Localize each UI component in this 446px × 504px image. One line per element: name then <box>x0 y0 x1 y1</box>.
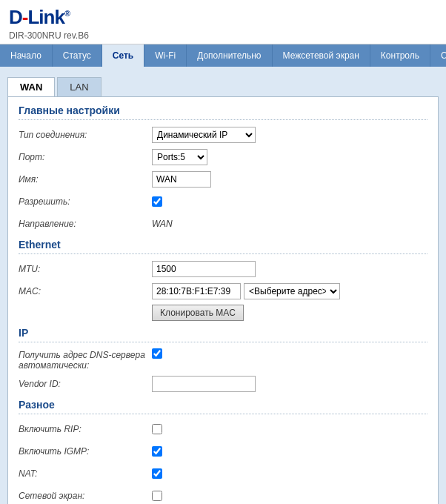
value-allow <box>152 196 427 207</box>
label-nat: NAT: <box>19 468 152 479</box>
input-name[interactable] <box>152 171 211 188</box>
value-nat <box>152 468 427 479</box>
direction-value: WAN <box>152 219 173 229</box>
label-dns-auto: Получить адрес DNS-сервера автоматически… <box>19 348 152 371</box>
checkbox-firewall[interactable] <box>152 491 162 501</box>
checkbox-dns-auto[interactable] <box>152 348 162 359</box>
row-port: Порт: Ports:5 <box>19 148 427 166</box>
row-dns-auto: Получить адрес DNS-сервера автоматически… <box>19 348 427 371</box>
row-direction: Направление: WAN <box>19 215 427 233</box>
checkbox-allow[interactable] <box>152 196 162 207</box>
row-rip: Включить RIP: <box>19 420 427 438</box>
value-rip <box>152 424 427 434</box>
main-panel: Главные настройки Тип соединения: Динами… <box>7 96 439 504</box>
nav-home[interactable]: Начало <box>0 44 53 67</box>
row-igmp: Включить IGMP: <box>19 442 427 460</box>
logo-link: Link <box>27 6 64 28</box>
content: WAN LAN Главные настройки Тип соединения… <box>0 67 446 504</box>
section-misc: Разное <box>19 399 427 414</box>
navbar: Начало Статус Сеть Wi-Fi Дополнительно М… <box>0 44 446 67</box>
row-mtu: MTU: <box>19 260 427 278</box>
section-ip: IP <box>19 327 427 342</box>
label-firewall: Сетевой экран: <box>19 491 152 501</box>
nav-control[interactable]: Контроль <box>370 44 430 67</box>
section-main-settings: Главные настройки <box>19 105 427 120</box>
value-mac: <Выберите адрес> <box>152 283 427 299</box>
section-ethernet: Ethernet <box>19 239 427 254</box>
logo: D-Link® <box>9 6 437 29</box>
value-igmp <box>152 446 427 457</box>
row-allow: Разрешить: <box>19 193 427 210</box>
nav-firewall[interactable]: Межсетевой экран <box>273 44 370 67</box>
label-port: Порт: <box>19 152 152 162</box>
label-igmp: Включить IGMP: <box>19 446 152 457</box>
select-mac-address[interactable]: <Выберите адрес> <box>244 283 340 299</box>
row-mac: MAC: <Выберите адрес> <box>19 282 427 300</box>
nav-status[interactable]: Статус <box>53 44 102 67</box>
row-connection-type: Тип соединения: Динамический IP <box>19 126 427 144</box>
value-vendor <box>152 376 427 392</box>
button-clone-mac[interactable]: Клонировать MAC <box>152 305 244 321</box>
nav-wifi[interactable]: Wi-Fi <box>144 44 187 67</box>
tabs: WAN LAN <box>0 73 446 96</box>
label-direction: Направление: <box>19 219 152 229</box>
nav-network[interactable]: Сеть <box>102 44 144 67</box>
checkbox-rip[interactable] <box>152 424 162 434</box>
input-vendor[interactable] <box>152 376 256 392</box>
select-connection-type[interactable]: Динамический IP <box>152 127 256 143</box>
value-connection-type: Динамический IP <box>152 127 427 143</box>
input-mtu[interactable] <box>152 261 256 277</box>
logo-d: D <box>9 6 22 28</box>
tab-wan[interactable]: WAN <box>7 77 55 96</box>
logo-registered: ® <box>64 9 70 18</box>
label-allow: Разрешить: <box>19 196 152 207</box>
value-name <box>152 171 427 188</box>
value-dns-auto <box>152 348 427 359</box>
label-name: Имя: <box>19 174 152 185</box>
value-mtu <box>152 261 427 277</box>
select-port[interactable]: Ports:5 <box>152 149 207 165</box>
label-mac: MAC: <box>19 286 152 296</box>
tab-lan[interactable]: LAN <box>57 77 101 96</box>
row-firewall: Сетевой экран: <box>19 487 427 504</box>
row-clone-mac: Клонировать MAC <box>152 305 427 321</box>
row-vendor: Vendor ID: <box>19 375 427 393</box>
label-rip: Включить RIP: <box>19 424 152 434</box>
value-firewall <box>152 491 427 501</box>
model-name: DIR-300NRU rev.B6 <box>9 30 437 41</box>
label-vendor: Vendor ID: <box>19 379 152 389</box>
nav-system[interactable]: Система <box>430 44 446 67</box>
label-mtu: MTU: <box>19 264 152 274</box>
checkbox-nat[interactable] <box>152 468 162 479</box>
value-direction: WAN <box>152 219 427 229</box>
row-name: Имя: <box>19 170 427 188</box>
row-nat: NAT: <box>19 465 427 483</box>
nav-advanced[interactable]: Дополнительно <box>187 44 272 67</box>
checkbox-igmp[interactable] <box>152 446 162 457</box>
label-connection-type: Тип соединения: <box>19 130 152 140</box>
value-port: Ports:5 <box>152 149 427 165</box>
header: D-Link® DIR-300NRU rev.B6 <box>0 0 446 44</box>
input-mac[interactable] <box>152 283 241 299</box>
